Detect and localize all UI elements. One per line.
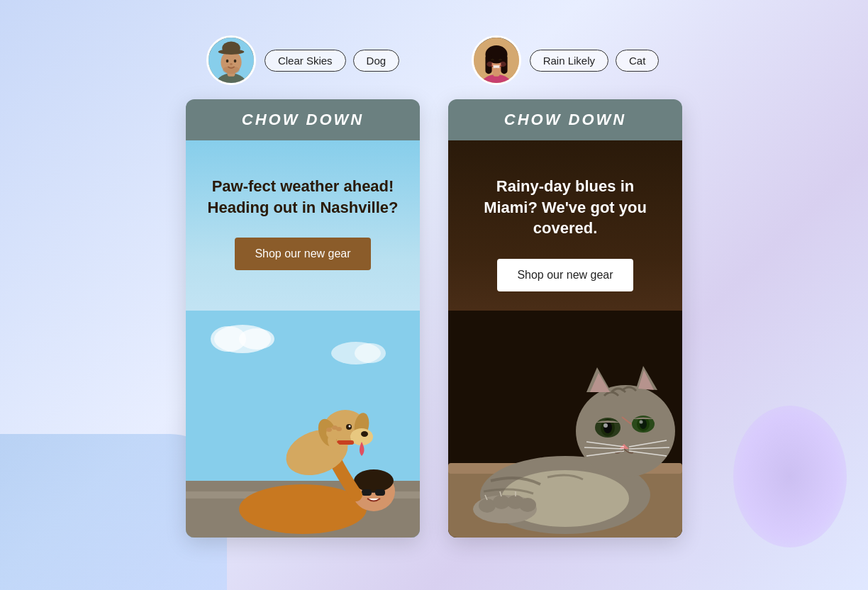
ad-headline-dark: Rainy-day blues in Miami? We've got you … (469, 176, 661, 239)
shop-button-dark[interactable]: Shop our new gear (497, 259, 633, 291)
main-container: Clear Skies Dog Chow Down Paw-fect weath… (0, 0, 868, 538)
ad-body-dark: Rainy-day blues in Miami? We've got you … (448, 140, 682, 538)
ad-brand-light: Chow Down (200, 111, 406, 129)
tags-female: Rain Likely Cat (530, 50, 660, 72)
svg-point-76 (519, 498, 536, 512)
svg-point-13 (239, 328, 274, 350)
ad-body-light: Paw-fect weather ahead! Heading out in N… (186, 140, 420, 538)
ad-header-dark: Chow Down (448, 99, 682, 140)
svg-point-8 (230, 63, 233, 65)
svg-point-46 (499, 62, 506, 67)
tag-clear-skies: Clear Skies (265, 50, 346, 72)
svg-point-64 (640, 421, 643, 424)
ad-headline-light: Paw-fect weather ahead! Heading out in N… (207, 176, 399, 218)
ad-visual-cat (448, 311, 682, 538)
user-column-male: Clear Skies Dog Chow Down Paw-fect weath… (186, 35, 420, 538)
tag-rain-likely: Rain Likely (530, 50, 608, 72)
svg-point-31 (349, 425, 351, 428)
svg-point-15 (355, 343, 386, 363)
svg-point-20 (354, 469, 394, 492)
avatar-male (206, 35, 256, 85)
svg-point-36 (336, 427, 342, 431)
svg-rect-32 (337, 440, 354, 445)
ad-text-area-light: Paw-fect weather ahead! Heading out in N… (186, 162, 420, 284)
ad-text-area-dark: Rainy-day blues in Miami? We've got you … (448, 162, 682, 306)
ad-card-light: Chow Down Paw-fect weather ahead! Headin… (186, 99, 420, 538)
tag-cat: Cat (616, 50, 659, 72)
svg-rect-22 (375, 489, 385, 496)
tags-male: Clear Skies Dog (265, 50, 399, 72)
svg-point-6 (226, 60, 229, 63)
avatar-female (472, 35, 521, 85)
svg-point-29 (361, 431, 368, 437)
svg-rect-21 (362, 489, 372, 496)
svg-rect-44 (493, 65, 499, 68)
svg-point-60 (603, 423, 608, 428)
ad-visual-dog (186, 311, 420, 538)
ad-card-dark: Chow Down Rainy-day blues in Miami? We'v… (448, 99, 682, 538)
svg-point-5 (222, 41, 240, 54)
tag-dog: Dog (353, 50, 400, 72)
user-header-male: Clear Skies Dog (206, 35, 399, 85)
user-column-female: Rain Likely Cat Chow Down Rainy-day blue… (448, 35, 682, 538)
ad-brand-dark: Chow Down (462, 111, 668, 129)
user-header-female: Rain Likely Cat (472, 35, 660, 85)
svg-point-45 (486, 62, 493, 67)
ad-header-light: Chow Down (186, 99, 420, 140)
svg-point-34 (326, 428, 332, 432)
svg-point-9 (223, 66, 240, 74)
svg-point-52 (576, 385, 675, 477)
svg-point-7 (234, 60, 237, 63)
shop-button-light[interactable]: Shop our new gear (235, 238, 370, 270)
